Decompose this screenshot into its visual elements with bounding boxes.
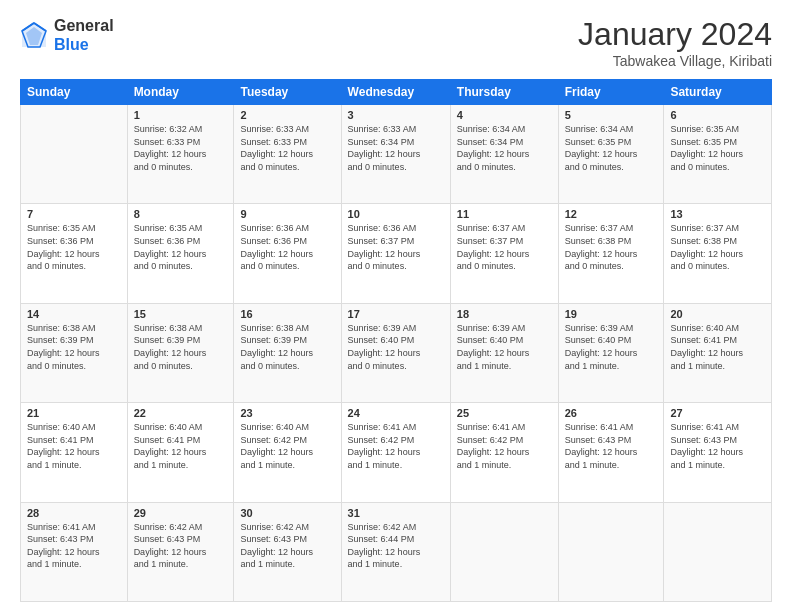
calendar-cell: 7Sunrise: 6:35 AM Sunset: 6:36 PM Daylig…	[21, 204, 128, 303]
calendar-cell: 25Sunrise: 6:41 AM Sunset: 6:42 PM Dayli…	[450, 403, 558, 502]
cell-content: Sunrise: 6:40 AM Sunset: 6:42 PM Dayligh…	[240, 421, 334, 471]
header-row: SundayMondayTuesdayWednesdayThursdayFrid…	[21, 80, 772, 105]
cell-content: Sunrise: 6:36 AM Sunset: 6:37 PM Dayligh…	[348, 222, 444, 272]
calendar-cell: 2Sunrise: 6:33 AM Sunset: 6:33 PM Daylig…	[234, 105, 341, 204]
cell-content: Sunrise: 6:42 AM Sunset: 6:44 PM Dayligh…	[348, 521, 444, 571]
calendar-cell: 24Sunrise: 6:41 AM Sunset: 6:42 PM Dayli…	[341, 403, 450, 502]
calendar-cell	[21, 105, 128, 204]
title-block: January 2024 Tabwakea Village, Kiribati	[578, 16, 772, 69]
day-number: 17	[348, 308, 444, 320]
cell-content: Sunrise: 6:39 AM Sunset: 6:40 PM Dayligh…	[457, 322, 552, 372]
day-number: 26	[565, 407, 658, 419]
cell-content: Sunrise: 6:34 AM Sunset: 6:35 PM Dayligh…	[565, 123, 658, 173]
logo-general: General	[54, 16, 114, 35]
day-number: 12	[565, 208, 658, 220]
calendar-cell: 13Sunrise: 6:37 AM Sunset: 6:38 PM Dayli…	[664, 204, 772, 303]
cell-content: Sunrise: 6:37 AM Sunset: 6:37 PM Dayligh…	[457, 222, 552, 272]
week-row-1: 1Sunrise: 6:32 AM Sunset: 6:33 PM Daylig…	[21, 105, 772, 204]
cell-content: Sunrise: 6:40 AM Sunset: 6:41 PM Dayligh…	[670, 322, 765, 372]
day-number: 29	[134, 507, 228, 519]
cell-content: Sunrise: 6:35 AM Sunset: 6:36 PM Dayligh…	[134, 222, 228, 272]
day-header-sunday: Sunday	[21, 80, 128, 105]
day-header-tuesday: Tuesday	[234, 80, 341, 105]
cell-content: Sunrise: 6:36 AM Sunset: 6:36 PM Dayligh…	[240, 222, 334, 272]
day-number: 4	[457, 109, 552, 121]
calendar-cell: 30Sunrise: 6:42 AM Sunset: 6:43 PM Dayli…	[234, 502, 341, 601]
week-row-3: 14Sunrise: 6:38 AM Sunset: 6:39 PM Dayli…	[21, 303, 772, 402]
day-number: 19	[565, 308, 658, 320]
calendar-cell: 23Sunrise: 6:40 AM Sunset: 6:42 PM Dayli…	[234, 403, 341, 502]
cell-content: Sunrise: 6:35 AM Sunset: 6:36 PM Dayligh…	[27, 222, 121, 272]
day-number: 24	[348, 407, 444, 419]
cell-content: Sunrise: 6:41 AM Sunset: 6:43 PM Dayligh…	[670, 421, 765, 471]
calendar-cell: 18Sunrise: 6:39 AM Sunset: 6:40 PM Dayli…	[450, 303, 558, 402]
day-header-monday: Monday	[127, 80, 234, 105]
calendar-cell: 10Sunrise: 6:36 AM Sunset: 6:37 PM Dayli…	[341, 204, 450, 303]
cell-content: Sunrise: 6:33 AM Sunset: 6:34 PM Dayligh…	[348, 123, 444, 173]
day-number: 22	[134, 407, 228, 419]
cell-content: Sunrise: 6:39 AM Sunset: 6:40 PM Dayligh…	[348, 322, 444, 372]
cell-content: Sunrise: 6:41 AM Sunset: 6:43 PM Dayligh…	[565, 421, 658, 471]
day-number: 27	[670, 407, 765, 419]
calendar-cell: 1Sunrise: 6:32 AM Sunset: 6:33 PM Daylig…	[127, 105, 234, 204]
day-number: 10	[348, 208, 444, 220]
cell-content: Sunrise: 6:40 AM Sunset: 6:41 PM Dayligh…	[134, 421, 228, 471]
day-number: 8	[134, 208, 228, 220]
day-number: 15	[134, 308, 228, 320]
day-number: 9	[240, 208, 334, 220]
day-number: 11	[457, 208, 552, 220]
day-number: 14	[27, 308, 121, 320]
cell-content: Sunrise: 6:41 AM Sunset: 6:42 PM Dayligh…	[457, 421, 552, 471]
day-number: 13	[670, 208, 765, 220]
location: Tabwakea Village, Kiribati	[578, 53, 772, 69]
calendar-cell	[664, 502, 772, 601]
calendar-cell: 8Sunrise: 6:35 AM Sunset: 6:36 PM Daylig…	[127, 204, 234, 303]
day-number: 16	[240, 308, 334, 320]
cell-content: Sunrise: 6:38 AM Sunset: 6:39 PM Dayligh…	[240, 322, 334, 372]
calendar-cell: 14Sunrise: 6:38 AM Sunset: 6:39 PM Dayli…	[21, 303, 128, 402]
calendar-cell: 27Sunrise: 6:41 AM Sunset: 6:43 PM Dayli…	[664, 403, 772, 502]
calendar-cell: 15Sunrise: 6:38 AM Sunset: 6:39 PM Dayli…	[127, 303, 234, 402]
header: General Blue January 2024 Tabwakea Villa…	[20, 16, 772, 69]
day-number: 7	[27, 208, 121, 220]
day-number: 3	[348, 109, 444, 121]
cell-content: Sunrise: 6:40 AM Sunset: 6:41 PM Dayligh…	[27, 421, 121, 471]
calendar-cell: 16Sunrise: 6:38 AM Sunset: 6:39 PM Dayli…	[234, 303, 341, 402]
day-number: 20	[670, 308, 765, 320]
calendar-cell: 31Sunrise: 6:42 AM Sunset: 6:44 PM Dayli…	[341, 502, 450, 601]
week-row-5: 28Sunrise: 6:41 AM Sunset: 6:43 PM Dayli…	[21, 502, 772, 601]
day-number: 31	[348, 507, 444, 519]
cell-content: Sunrise: 6:37 AM Sunset: 6:38 PM Dayligh…	[565, 222, 658, 272]
month-title: January 2024	[578, 16, 772, 53]
cell-content: Sunrise: 6:38 AM Sunset: 6:39 PM Dayligh…	[134, 322, 228, 372]
calendar-cell: 9Sunrise: 6:36 AM Sunset: 6:36 PM Daylig…	[234, 204, 341, 303]
calendar-cell: 11Sunrise: 6:37 AM Sunset: 6:37 PM Dayli…	[450, 204, 558, 303]
day-number: 25	[457, 407, 552, 419]
day-number: 6	[670, 109, 765, 121]
day-number: 28	[27, 507, 121, 519]
week-row-2: 7Sunrise: 6:35 AM Sunset: 6:36 PM Daylig…	[21, 204, 772, 303]
calendar-table: SundayMondayTuesdayWednesdayThursdayFrid…	[20, 79, 772, 602]
cell-content: Sunrise: 6:42 AM Sunset: 6:43 PM Dayligh…	[240, 521, 334, 571]
day-header-friday: Friday	[558, 80, 664, 105]
week-row-4: 21Sunrise: 6:40 AM Sunset: 6:41 PM Dayli…	[21, 403, 772, 502]
cell-content: Sunrise: 6:35 AM Sunset: 6:35 PM Dayligh…	[670, 123, 765, 173]
cell-content: Sunrise: 6:32 AM Sunset: 6:33 PM Dayligh…	[134, 123, 228, 173]
calendar-cell: 6Sunrise: 6:35 AM Sunset: 6:35 PM Daylig…	[664, 105, 772, 204]
logo: General Blue	[20, 16, 114, 54]
calendar-cell: 21Sunrise: 6:40 AM Sunset: 6:41 PM Dayli…	[21, 403, 128, 502]
logo-icon	[20, 21, 48, 49]
day-number: 5	[565, 109, 658, 121]
day-header-saturday: Saturday	[664, 80, 772, 105]
cell-content: Sunrise: 6:39 AM Sunset: 6:40 PM Dayligh…	[565, 322, 658, 372]
calendar-cell: 29Sunrise: 6:42 AM Sunset: 6:43 PM Dayli…	[127, 502, 234, 601]
cell-content: Sunrise: 6:34 AM Sunset: 6:34 PM Dayligh…	[457, 123, 552, 173]
cell-content: Sunrise: 6:42 AM Sunset: 6:43 PM Dayligh…	[134, 521, 228, 571]
day-number: 21	[27, 407, 121, 419]
page: General Blue January 2024 Tabwakea Villa…	[0, 0, 792, 612]
calendar-cell: 22Sunrise: 6:40 AM Sunset: 6:41 PM Dayli…	[127, 403, 234, 502]
calendar-cell: 19Sunrise: 6:39 AM Sunset: 6:40 PM Dayli…	[558, 303, 664, 402]
day-number: 23	[240, 407, 334, 419]
day-number: 30	[240, 507, 334, 519]
day-number: 2	[240, 109, 334, 121]
